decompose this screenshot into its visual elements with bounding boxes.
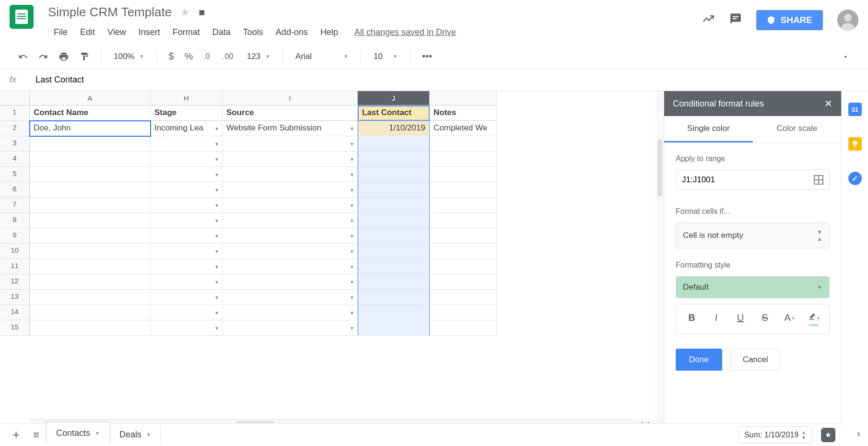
row-header[interactable]: 13 — [0, 290, 30, 305]
column-header[interactable]: I — [223, 91, 358, 106]
all-sheets-button[interactable]: ≡ — [26, 429, 46, 441]
increase-decimal-button[interactable]: .00 — [219, 49, 239, 64]
cell[interactable]: ▼ — [223, 167, 358, 182]
formula-input[interactable] — [34, 73, 858, 87]
zoom-dropdown[interactable]: 100%▼ — [109, 49, 149, 64]
cell[interactable]: ▼ — [151, 213, 223, 228]
menu-edit[interactable]: Edit — [74, 24, 101, 40]
cell[interactable] — [358, 136, 430, 152]
cell[interactable]: ▼ — [151, 167, 223, 182]
cell[interactable] — [358, 259, 430, 274]
bold-button[interactable]: B — [680, 308, 704, 330]
folder-icon[interactable]: ■ — [199, 6, 205, 19]
row-header[interactable]: 4 — [0, 152, 30, 167]
range-input-wrapper[interactable] — [676, 170, 830, 190]
cell[interactable]: Completed We — [430, 121, 497, 136]
font-dropdown[interactable]: Arial▼ — [291, 49, 353, 64]
cell[interactable]: Incoming Lea▼ — [151, 121, 223, 136]
condition-select[interactable]: Cell is not empty▼▲ — [676, 223, 830, 248]
row-header[interactable]: 11 — [0, 259, 30, 274]
keep-icon[interactable] — [848, 137, 862, 151]
range-input[interactable] — [682, 175, 814, 185]
cell[interactable]: ▼ — [223, 213, 358, 228]
tab-single-color[interactable]: Single color — [664, 116, 753, 142]
cell[interactable]: Doe, John — [30, 121, 151, 136]
cell[interactable]: ▼ — [223, 152, 358, 167]
comments-icon[interactable] — [729, 12, 742, 28]
tab-color-scale[interactable]: Color scale — [753, 116, 842, 142]
cell[interactable] — [430, 167, 497, 182]
column-header[interactable] — [430, 91, 497, 106]
vertical-scrollbar[interactable] — [656, 91, 664, 427]
cell[interactable] — [430, 274, 497, 290]
cell[interactable]: ▼ — [151, 198, 223, 213]
explore-button[interactable] — [821, 428, 835, 442]
cell[interactable]: ▼ — [223, 290, 358, 305]
cell[interactable]: Source — [223, 106, 358, 121]
document-title[interactable]: Simple CRM Template — [48, 5, 172, 20]
cancel-button[interactable]: Cancel — [731, 349, 780, 371]
cell[interactable] — [30, 198, 151, 213]
text-color-button[interactable]: A▾ — [777, 308, 801, 330]
menu-file[interactable]: File — [48, 24, 73, 40]
cell[interactable] — [30, 244, 151, 259]
cell[interactable]: ▼ — [223, 182, 358, 198]
underline-button[interactable]: U — [729, 308, 752, 330]
cell[interactable] — [30, 259, 151, 274]
cell[interactable] — [430, 244, 497, 259]
cell[interactable]: ▼ — [223, 244, 358, 259]
add-sheet-button[interactable]: + — [6, 427, 26, 442]
cell[interactable] — [430, 182, 497, 198]
paint-format-button[interactable] — [76, 49, 93, 64]
style-select[interactable]: Default▼ — [676, 276, 830, 298]
done-button[interactable]: Done — [676, 349, 722, 371]
more-formats-dropdown[interactable]: 123▼ — [242, 49, 275, 64]
cell[interactable] — [430, 259, 497, 274]
sum-display[interactable]: Sum: 1/10/2019▲▼ — [738, 426, 812, 444]
sheets-logo[interactable] — [10, 5, 34, 29]
undo-button[interactable] — [14, 49, 32, 64]
more-toolbar-button[interactable]: ••• — [418, 48, 436, 65]
cell[interactable] — [430, 152, 497, 167]
drive-save-status[interactable]: All changes saved in Drive — [354, 27, 456, 37]
column-header[interactable]: J — [358, 91, 430, 106]
cell[interactable] — [358, 228, 430, 244]
cell[interactable] — [358, 182, 430, 198]
select-all-corner[interactable] — [0, 91, 30, 106]
cell[interactable]: ▼ — [223, 259, 358, 274]
cell[interactable]: ▼ — [223, 305, 358, 320]
cell[interactable]: ▼ — [223, 320, 358, 336]
cell[interactable] — [30, 274, 151, 290]
cell[interactable] — [358, 167, 430, 182]
italic-button[interactable]: I — [704, 308, 728, 330]
row-header[interactable]: 9 — [0, 228, 30, 244]
cell[interactable] — [430, 136, 497, 152]
menu-view[interactable]: View — [102, 24, 132, 40]
collapse-toolbar-button[interactable] — [837, 49, 854, 64]
row-header[interactable]: 1 — [0, 106, 30, 121]
share-button[interactable]: SHARE — [756, 10, 823, 30]
cell[interactable]: 1/10/2019 — [358, 121, 430, 136]
cell[interactable] — [430, 198, 497, 213]
cell[interactable]: ▼ — [223, 274, 358, 290]
cell[interactable]: ▼ — [151, 259, 223, 274]
sheet-tab-deals[interactable]: Deals▼ — [110, 424, 161, 446]
cell[interactable] — [30, 167, 151, 182]
menu-help[interactable]: Help — [315, 24, 344, 40]
cell[interactable] — [358, 244, 430, 259]
cell[interactable]: ▼ — [151, 244, 223, 259]
row-header[interactable]: 14 — [0, 305, 30, 320]
row-header[interactable]: 8 — [0, 213, 30, 228]
print-button[interactable] — [55, 48, 73, 65]
cell[interactable]: ▼ — [151, 290, 223, 305]
cell[interactable] — [358, 213, 430, 228]
decrease-decimal-button[interactable]: .0 — [199, 49, 216, 64]
cell[interactable] — [358, 320, 430, 336]
spreadsheet-grid[interactable]: AHIJ1Contact NameStageSourceLast Contact… — [0, 91, 664, 427]
cell[interactable] — [430, 213, 497, 228]
cell[interactable] — [358, 198, 430, 213]
select-range-icon[interactable] — [814, 175, 823, 185]
currency-button[interactable]: $ — [164, 48, 177, 65]
cell[interactable] — [30, 290, 151, 305]
cell[interactable]: ▼ — [151, 228, 223, 244]
